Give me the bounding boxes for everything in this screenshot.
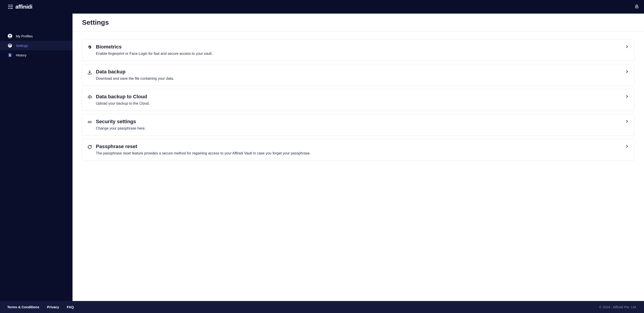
brand-name: affinidi xyxy=(16,4,32,10)
chevron-right-icon xyxy=(625,69,629,74)
card-body: Security settings Change your passphrase… xyxy=(96,119,621,130)
svg-point-15 xyxy=(9,35,11,36)
svg-rect-3 xyxy=(9,5,10,5)
chevron-right-icon xyxy=(625,44,629,49)
svg-point-17 xyxy=(9,45,11,46)
card-title: Data backup to Cloud xyxy=(96,94,621,100)
svg-rect-19 xyxy=(9,54,10,54)
gear-icon xyxy=(8,43,12,48)
affinidi-logo-icon xyxy=(8,4,13,9)
settings-card-cloud-backup[interactable]: Data backup to Cloud Upload your backup … xyxy=(82,89,634,111)
main-content: Settings Biometrics Enable xyxy=(72,13,644,301)
chevron-right-icon xyxy=(625,94,629,99)
sidebar-item-settings[interactable]: Settings xyxy=(0,41,72,50)
card-body: Data backup to Cloud Upload your backup … xyxy=(96,94,621,106)
svg-rect-6 xyxy=(9,6,10,7)
app-footer: Terms & Conditions Privacy FAQ © 2024 - … xyxy=(0,301,644,313)
svg-point-24 xyxy=(88,121,88,122)
card-description: Download and save the file containing yo… xyxy=(96,76,621,81)
page-header: Settings xyxy=(72,13,644,31)
svg-point-13 xyxy=(636,7,637,7)
svg-rect-8 xyxy=(11,6,11,7)
card-title: Security settings xyxy=(96,119,621,125)
settings-card-data-backup[interactable]: Data backup Download and save the file c… xyxy=(82,64,634,86)
card-title: Passphrase reset xyxy=(96,144,621,149)
fingerprint-icon xyxy=(87,45,92,50)
svg-point-26 xyxy=(91,121,91,122)
footer-link-privacy[interactable]: Privacy xyxy=(47,305,59,309)
app-header: affinidi xyxy=(0,0,644,13)
refresh-icon xyxy=(87,144,92,149)
card-description: Enable fingerprint or Face Login for fas… xyxy=(96,52,621,56)
download-icon xyxy=(87,70,92,75)
svg-rect-11 xyxy=(11,8,11,9)
svg-rect-10 xyxy=(10,8,10,9)
sidebar-item-history[interactable]: History xyxy=(0,50,72,60)
svg-rect-5 xyxy=(11,5,11,5)
sidebar-item-label: My Profiles xyxy=(16,34,33,38)
chevron-right-icon xyxy=(625,144,629,149)
card-body: Data backup Download and save the file c… xyxy=(96,69,621,81)
svg-rect-9 xyxy=(9,8,10,9)
card-description: Upload your backup to the Cloud. xyxy=(96,101,621,106)
svg-rect-22 xyxy=(9,56,11,56)
sidebar-nav: My Profiles Settings xyxy=(0,13,72,301)
profile-icon xyxy=(8,34,12,38)
settings-list: Biometrics Enable fingerprint or Face Lo… xyxy=(72,31,644,168)
settings-card-biometrics[interactable]: Biometrics Enable fingerprint or Face Lo… xyxy=(82,39,634,61)
settings-card-security[interactable]: Security settings Change your passphrase… xyxy=(82,114,634,136)
password-icon xyxy=(87,120,92,125)
svg-rect-4 xyxy=(10,5,10,5)
page-title: Settings xyxy=(82,18,634,26)
footer-link-terms[interactable]: Terms & Conditions xyxy=(7,305,39,309)
svg-rect-20 xyxy=(9,55,11,55)
settings-card-passphrase-reset[interactable]: Passphrase reset The passphrase reset fe… xyxy=(82,139,634,161)
svg-rect-18 xyxy=(8,53,12,57)
card-body: Biometrics Enable fingerprint or Face Lo… xyxy=(96,44,621,56)
lock-icon[interactable] xyxy=(634,4,639,9)
cloud-upload-icon xyxy=(87,95,92,100)
sidebar-item-my-profiles[interactable]: My Profiles xyxy=(0,31,72,41)
footer-links: Terms & Conditions Privacy FAQ xyxy=(7,305,74,309)
card-description: Change your passphrase here. xyxy=(96,126,621,130)
chevron-right-icon xyxy=(625,119,629,124)
card-body: Passphrase reset The passphrase reset fe… xyxy=(96,144,621,155)
sidebar-item-label: History xyxy=(16,53,26,57)
footer-link-faq[interactable]: FAQ xyxy=(67,305,74,309)
svg-rect-7 xyxy=(10,6,10,7)
svg-point-25 xyxy=(90,121,90,122)
card-description: The passphrase reset feature provides a … xyxy=(96,151,621,155)
footer-copyright: © 2024 - Affinidi Pte. Ltd. xyxy=(599,305,637,309)
brand-logo[interactable]: affinidi xyxy=(8,4,32,10)
sidebar-item-label: Settings xyxy=(16,44,28,47)
card-title: Biometrics xyxy=(96,44,621,50)
card-title: Data backup xyxy=(96,69,621,75)
history-icon xyxy=(8,53,12,57)
svg-rect-21 xyxy=(9,55,11,56)
